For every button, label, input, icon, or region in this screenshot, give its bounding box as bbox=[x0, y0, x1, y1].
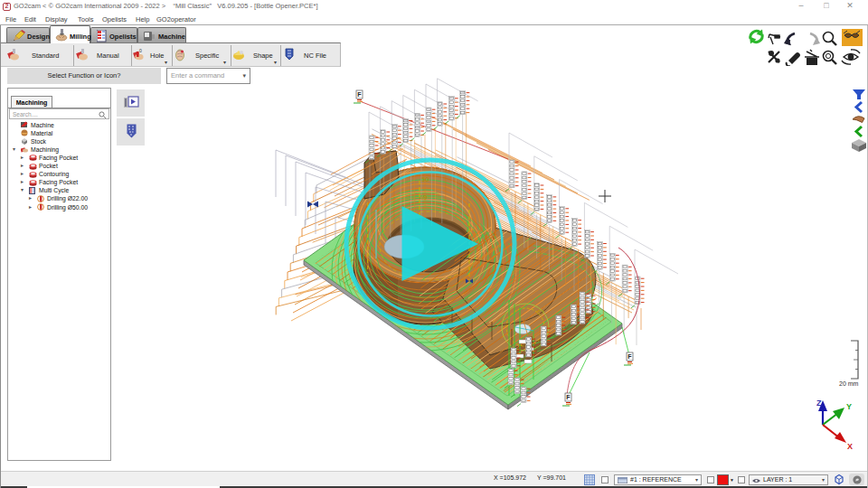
svg-text:F: F bbox=[357, 91, 362, 98]
svg-text:Y: Y bbox=[846, 402, 852, 411]
svg-text:2?: 2? bbox=[537, 309, 544, 315]
svg-text:F: F bbox=[627, 353, 632, 360]
svg-text:49: 49 bbox=[420, 193, 427, 202]
svg-text:20 mm: 20 mm bbox=[839, 380, 859, 387]
svg-text:Z: Z bbox=[816, 399, 822, 408]
svg-text:X: X bbox=[847, 442, 853, 451]
svg-text:F: F bbox=[566, 394, 571, 400]
